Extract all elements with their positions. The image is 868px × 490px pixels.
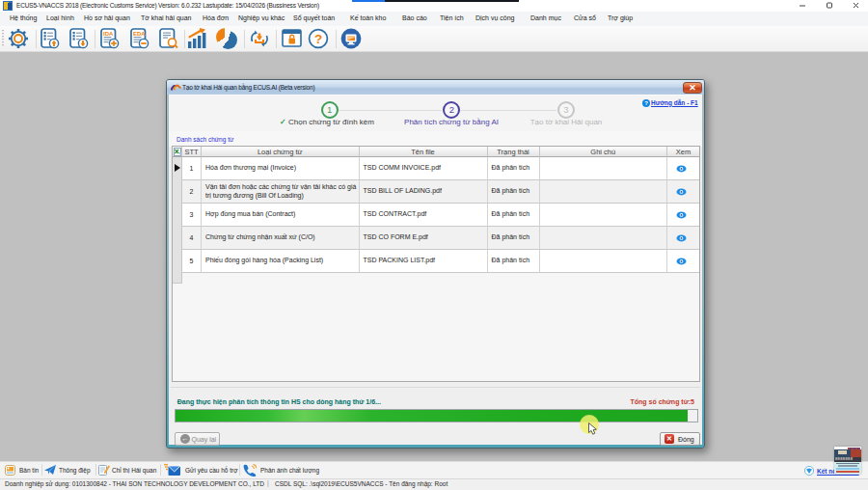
svg-text:IDA: IDA — [103, 31, 114, 37]
svg-text:?: ? — [314, 32, 322, 46]
svg-text:EDA: EDA — [133, 31, 146, 37]
